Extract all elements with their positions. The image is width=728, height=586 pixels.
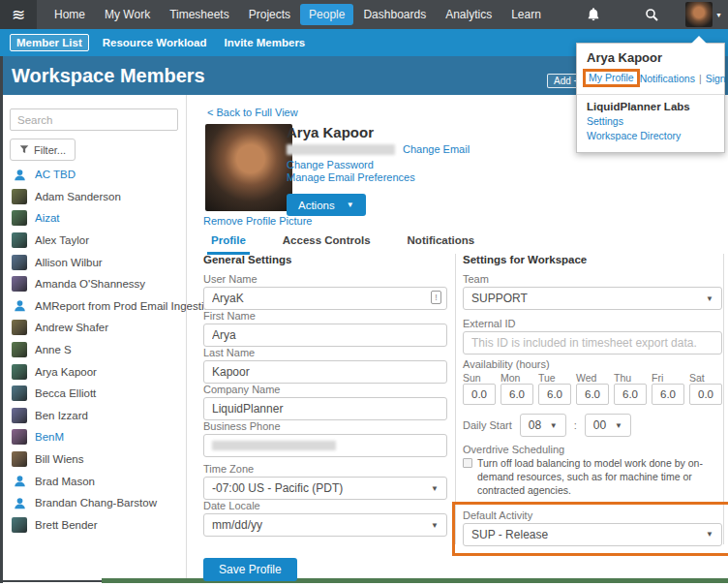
member-profile-panel: < Back to Full View Remove Profile Pictu… xyxy=(203,105,724,583)
link-separator: | xyxy=(699,73,702,84)
member-avatar xyxy=(12,517,27,533)
nav-item-analytics[interactable]: Analytics xyxy=(436,4,501,25)
member-row[interactable]: Allison Wilbur xyxy=(3,251,186,273)
avatar-caret-icon[interactable]: ▼ xyxy=(715,12,722,18)
funnel-icon xyxy=(19,144,29,155)
team-select[interactable]: SUPPORT ▼ xyxy=(463,287,722,310)
member-name: BenM xyxy=(35,431,64,443)
notifications-link[interactable]: Notifications xyxy=(640,73,695,84)
member-row[interactable]: Brad Mason xyxy=(3,470,186,492)
last-name-input[interactable] xyxy=(203,360,447,384)
chevron-down-icon: ▼ xyxy=(550,421,558,430)
member-row[interactable]: BenM xyxy=(3,426,186,448)
first-name-input[interactable] xyxy=(203,324,447,347)
member-avatar xyxy=(12,495,27,510)
save-profile-button[interactable]: Save Profile xyxy=(203,558,297,581)
search-input[interactable] xyxy=(10,108,178,131)
user-avatar[interactable] xyxy=(685,2,713,27)
remove-profile-picture-link[interactable]: Remove Profile Picture xyxy=(203,215,313,227)
daily-start-hour-select[interactable]: 08 ▼ xyxy=(520,414,566,437)
company-name-label: Company Name xyxy=(203,384,447,395)
member-row[interactable]: Alex Taylor xyxy=(3,230,186,252)
chevron-down-icon: ▼ xyxy=(615,421,622,430)
user-name-input[interactable] xyxy=(203,287,447,310)
tab-profile[interactable]: Profile xyxy=(207,234,250,255)
team-label: Team xyxy=(463,273,722,285)
availability-input-sun[interactable] xyxy=(463,384,496,405)
overdrive-checkbox[interactable] xyxy=(463,458,472,468)
redacted-phone xyxy=(212,441,336,450)
tab-notifications[interactable]: Notifications xyxy=(404,234,479,255)
workspace-settings-column: Settings for Workspace Team SUPPORT ▼ Ex… xyxy=(463,254,722,556)
availability-input-wed[interactable] xyxy=(576,384,609,405)
member-row[interactable]: Arya Kapoor xyxy=(3,360,186,383)
member-row[interactable]: AMReport from Prod Email Ingestion xyxy=(3,295,186,318)
date-locale-select[interactable]: mm/dd/yy ▼ xyxy=(203,513,447,537)
availability-input-mon[interactable] xyxy=(500,384,533,405)
member-row[interactable]: AC TBD xyxy=(3,164,186,186)
member-row[interactable]: Amanda O'Shannessy xyxy=(3,273,186,295)
member-row[interactable]: Anne S xyxy=(3,339,186,361)
nav-item-projects[interactable]: Projects xyxy=(239,4,300,25)
team-field: Team SUPPORT ▼ xyxy=(463,273,722,310)
last-name-field: Last Name xyxy=(203,347,447,384)
member-name: Aizat xyxy=(35,212,60,224)
member-row[interactable]: Adam Sanderson xyxy=(3,186,186,208)
member-row[interactable]: Becca Elliott xyxy=(3,383,186,405)
search-icon[interactable] xyxy=(635,0,668,29)
availability-day: Fri xyxy=(652,372,684,405)
chevron-down-icon: ▼ xyxy=(706,294,713,303)
tab-access-controls[interactable]: Access Controls xyxy=(279,234,375,255)
sign-out-link[interactable]: Sign Out xyxy=(706,73,728,84)
back-to-full-view-link[interactable]: < Back to Full View xyxy=(207,107,298,118)
manage-email-preferences-link[interactable]: Manage Email Preferences xyxy=(287,171,415,183)
company-name-input[interactable] xyxy=(203,397,447,420)
member-name: Arya Kapoor xyxy=(35,366,97,378)
member-row[interactable]: Andrew Shafer xyxy=(3,317,186,339)
nav-item-dashboards[interactable]: Dashboards xyxy=(353,4,436,25)
member-row[interactable]: Bill Wiens xyxy=(3,448,186,471)
settings-link[interactable]: Settings xyxy=(587,115,714,127)
overdrive-option: Turn off load balancing to model work do… xyxy=(463,457,722,498)
nav-item-my-work[interactable]: My Work xyxy=(95,4,160,25)
business-phone-input[interactable] xyxy=(203,434,447,457)
member-name: Adam Sanderson xyxy=(35,191,121,202)
member-row[interactable]: Brandan Chang-Barstow xyxy=(3,492,186,514)
member-name: Andrew Shafer xyxy=(35,322,108,333)
general-settings-column: General Settings User Name ! First Name … xyxy=(203,254,447,581)
subnav-member-list[interactable]: Member List xyxy=(10,34,89,51)
actions-button[interactable]: Actions ▼ xyxy=(287,194,366,216)
nav-item-people[interactable]: People xyxy=(300,4,353,25)
nav-item-learn[interactable]: Learn xyxy=(501,4,551,25)
nav-item-timesheets[interactable]: Timesheets xyxy=(160,4,239,25)
filter-button[interactable]: Filter... xyxy=(10,139,76,161)
date-locale-value: mm/dd/yy xyxy=(212,518,262,532)
input-status-icon: ! xyxy=(431,291,441,304)
notifications-bell-icon[interactable] xyxy=(577,0,610,29)
availability-input-fri[interactable] xyxy=(652,384,684,405)
change-email-link[interactable]: Change Email xyxy=(403,143,470,155)
availability-days: Sun Mon Tue Wed Thu Fri Sat xyxy=(463,372,722,405)
daily-start-minute-select[interactable]: 00 ▼ xyxy=(585,414,631,437)
member-name: Alex Taylor xyxy=(35,234,89,246)
member-avatar xyxy=(12,342,27,357)
subnav-resource-workload[interactable]: Resource Workload xyxy=(103,37,207,48)
nav-item-home[interactable]: Home xyxy=(45,4,95,25)
member-row[interactable]: Aizat xyxy=(3,207,186,230)
time-zone-field: Time Zone -07:00 US - Pacific (PDT) ▼ xyxy=(203,463,447,500)
app-logo[interactable]: ≋ xyxy=(0,0,37,29)
subnav-invite-members[interactable]: Invite Members xyxy=(225,37,306,48)
member-row[interactable]: Brett Bender xyxy=(3,514,186,537)
workspace-directory-link[interactable]: Workspace Directory xyxy=(587,130,714,141)
availability-input-thu[interactable] xyxy=(614,384,647,405)
external-id-input[interactable] xyxy=(463,331,722,355)
availability-input-tue[interactable] xyxy=(538,384,571,405)
availability-input-sat[interactable] xyxy=(689,384,722,405)
default-activity-select[interactable]: SUP - Release ▼ xyxy=(463,523,722,546)
time-zone-select[interactable]: -07:00 US - Pacific (PDT) ▼ xyxy=(203,477,447,500)
company-name-field: Company Name xyxy=(203,384,447,420)
time-zone-value: -07:00 US - Pacific (PDT) xyxy=(212,481,343,495)
member-row[interactable]: Ben Izzard xyxy=(3,405,186,427)
my-profile-link[interactable]: My Profile xyxy=(589,72,634,83)
change-password-link[interactable]: Change Password xyxy=(287,159,374,170)
